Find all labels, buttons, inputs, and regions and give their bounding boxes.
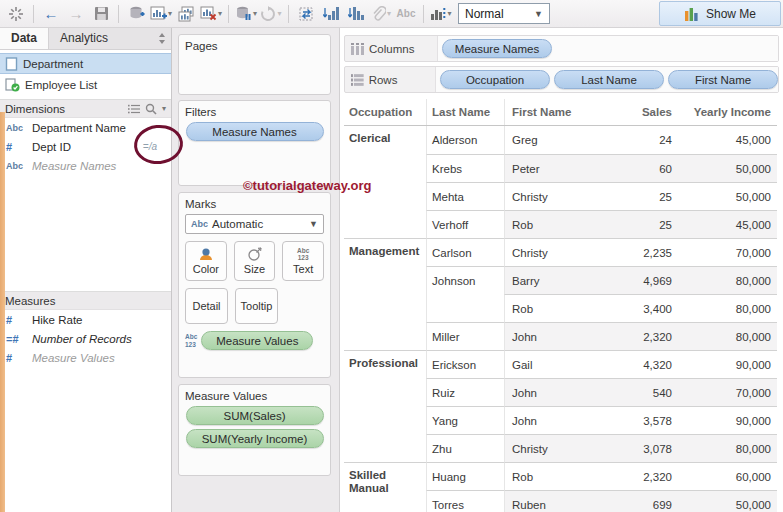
yearly-income-value[interactable]: 50,000 <box>678 154 777 182</box>
occupation-cell[interactable] <box>344 294 426 322</box>
occupation-cell[interactable]: Professional <box>344 350 426 378</box>
occupation-cell[interactable]: Management <box>344 238 426 266</box>
yearly-income-value[interactable]: 50,000 <box>678 490 777 512</box>
filter-pill-measure-names[interactable]: Measure Names <box>186 122 324 141</box>
text-button[interactable]: Abc 123 Text <box>282 241 324 281</box>
first-name-cell[interactable]: John <box>504 322 592 350</box>
yearly-income-value[interactable]: 80,000 <box>678 434 777 462</box>
first-name-cell[interactable]: Rob <box>504 462 592 490</box>
last-name-cell[interactable]: Mehta <box>426 182 504 210</box>
pane-options-icon[interactable] <box>158 28 171 49</box>
first-name-cell[interactable]: Peter <box>504 154 592 182</box>
show-me-button[interactable]: Show Me <box>659 1 781 26</box>
sales-value[interactable]: 4,320 <box>592 350 678 378</box>
last-name-cell[interactable]: Ruiz <box>426 378 504 406</box>
sales-value[interactable]: 4,969 <box>592 266 678 294</box>
sort-ascending-button[interactable] <box>319 2 343 26</box>
first-name-cell[interactable]: Greg <box>504 126 592 154</box>
yearly-income-value[interactable]: 90,000 <box>678 406 777 434</box>
group-members-button[interactable]: ▾ <box>369 2 393 26</box>
redo-button[interactable]: → <box>64 2 88 26</box>
header-yearly-income[interactable]: Yearly Income <box>678 99 777 125</box>
sales-value[interactable]: 24 <box>592 126 678 154</box>
sales-value[interactable]: 2,235 <box>592 238 678 266</box>
measure-value-pill[interactable]: SUM(Yearly Income) <box>186 429 324 448</box>
occupation-cell[interactable]: Skilled Manual <box>344 462 426 490</box>
data-source-item[interactable]: Employee List <box>0 74 171 95</box>
marks-pill-measure-values[interactable]: Measure Values <box>201 331 313 350</box>
shelf-pill[interactable]: First Name <box>668 70 778 89</box>
last-name-cell[interactable]: Johnson <box>426 266 504 294</box>
tooltip-button[interactable]: Tooltip <box>235 288 278 324</box>
pause-auto-updates-button[interactable]: ▾ <box>234 2 258 26</box>
occupation-cell[interactable] <box>344 210 426 238</box>
yearly-income-value[interactable]: 70,000 <box>678 238 777 266</box>
last-name-cell[interactable]: Erickson <box>426 350 504 378</box>
yearly-income-value[interactable]: 80,000 <box>678 266 777 294</box>
yearly-income-value[interactable]: 45,000 <box>678 126 777 154</box>
sales-value[interactable]: 60 <box>592 154 678 182</box>
first-name-cell[interactable]: Rob <box>504 294 592 322</box>
header-occupation[interactable]: Occupation <box>344 99 426 125</box>
sales-value[interactable]: 699 <box>592 490 678 512</box>
yearly-income-value[interactable]: 90,000 <box>678 350 777 378</box>
size-button[interactable]: Size <box>234 241 276 281</box>
last-name-cell[interactable]: Huang <box>426 462 504 490</box>
run-update-button[interactable]: ▾ <box>259 2 283 26</box>
sales-value[interactable]: 3,400 <box>592 294 678 322</box>
columns-shelf[interactable]: Columns Measure Names <box>344 35 779 62</box>
first-name-cell[interactable]: John <box>504 406 592 434</box>
undo-button[interactable]: ← <box>39 2 63 26</box>
tab-analytics[interactable]: Analytics <box>49 28 119 49</box>
measure-field[interactable]: #Hike Rate <box>0 310 171 329</box>
save-button[interactable] <box>89 2 113 26</box>
first-name-cell[interactable]: Christy <box>504 182 592 210</box>
last-name-cell[interactable]: Alderson <box>426 126 504 154</box>
occupation-cell[interactable] <box>344 378 426 406</box>
shelf-pill[interactable]: Occupation <box>440 70 550 89</box>
first-name-cell[interactable]: Ruben <box>504 490 592 512</box>
yearly-income-value[interactable]: 45,000 <box>678 210 777 238</box>
fit-mode-select[interactable]: Normal ▼ <box>458 3 550 24</box>
occupation-cell[interactable] <box>344 406 426 434</box>
occupation-cell[interactable] <box>344 266 426 294</box>
chevron-down-icon[interactable]: ▾ <box>162 104 166 113</box>
new-data-source-button[interactable] <box>124 2 148 26</box>
measure-field[interactable]: #Measure Values <box>0 348 171 367</box>
occupation-cell[interactable] <box>344 322 426 350</box>
last-name-cell[interactable]: Yang <box>426 406 504 434</box>
last-name-cell[interactable]: Miller <box>426 322 504 350</box>
last-name-cell[interactable]: Torres <box>426 490 504 512</box>
sales-value[interactable]: 3,078 <box>592 434 678 462</box>
fit-axes-button[interactable]: ▾ <box>429 2 453 26</box>
view-list-icon[interactable] <box>128 104 140 114</box>
header-sales[interactable]: Sales <box>592 99 678 125</box>
sales-value[interactable]: 25 <box>592 182 678 210</box>
header-last-name[interactable]: Last Name <box>426 99 504 125</box>
first-name-cell[interactable]: Barry <box>504 266 592 294</box>
first-name-cell[interactable]: Christy <box>504 434 592 462</box>
measure-field[interactable]: =#Number of Records <box>0 329 171 348</box>
sales-value[interactable]: 2,320 <box>592 322 678 350</box>
duplicate-sheet-button[interactable] <box>174 2 198 26</box>
detail-button[interactable]: Detail <box>185 288 228 324</box>
yearly-income-value[interactable]: 50,000 <box>678 182 777 210</box>
last-name-cell[interactable]: Zhu <box>426 434 504 462</box>
last-name-cell[interactable]: Carlson <box>426 238 504 266</box>
sales-value[interactable]: 2,320 <box>592 462 678 490</box>
data-source-item[interactable]: Department <box>0 53 171 74</box>
yearly-income-value[interactable]: 60,000 <box>678 462 777 490</box>
yearly-income-value[interactable]: 80,000 <box>678 294 777 322</box>
header-first-name[interactable]: First Name <box>504 99 592 125</box>
first-name-cell[interactable]: Christy <box>504 238 592 266</box>
sales-value[interactable]: 25 <box>592 210 678 238</box>
tableau-logo-icon[interactable] <box>4 2 28 26</box>
sales-value[interactable]: 3,578 <box>592 406 678 434</box>
clear-sheet-button[interactable]: ▾ <box>199 2 223 26</box>
occupation-cell[interactable] <box>344 434 426 462</box>
mark-type-dropdown[interactable]: Abc Automatic ▼ <box>185 214 324 234</box>
swap-rows-columns-button[interactable] <box>294 2 318 26</box>
shelf-pill[interactable]: Measure Names <box>442 39 552 58</box>
occupation-cell[interactable]: Clerical <box>344 126 426 154</box>
occupation-cell[interactable] <box>344 490 426 512</box>
